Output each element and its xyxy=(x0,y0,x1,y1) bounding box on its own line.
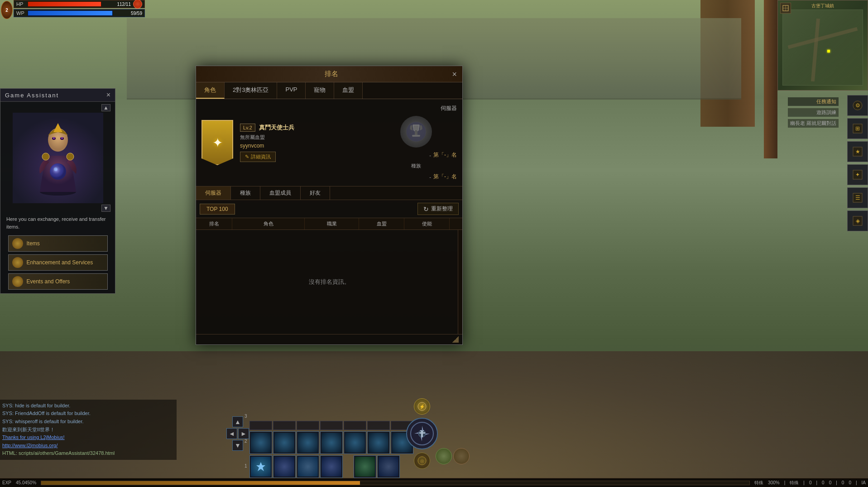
scroll-down-btn[interactable]: ▼ xyxy=(101,205,113,212)
right-btn-2[interactable]: ⊞ xyxy=(847,118,868,139)
nav-down[interactable]: ▼ xyxy=(232,440,243,451)
sp-value: 300% xyxy=(768,480,780,485)
hotbar-slot-r2-6[interactable] xyxy=(367,431,390,454)
hotbar-slot-r3[interactable] xyxy=(297,421,319,430)
hotbar-slot-r2-1[interactable] xyxy=(249,431,272,454)
hotbar-slot-r2-2[interactable] xyxy=(273,431,296,454)
right-btn-4[interactable]: ✦ xyxy=(847,164,868,185)
hotbar-row-3 xyxy=(249,421,413,430)
svg-rect-13 xyxy=(412,135,420,137)
hotbar-slot-r3[interactable] xyxy=(344,421,366,430)
scrollbar[interactable] xyxy=(458,230,462,334)
scroll-up-btn[interactable]: ▲ xyxy=(101,104,113,111)
assistant-figure xyxy=(29,119,87,196)
hotbar-slot-r3[interactable] xyxy=(320,421,343,430)
svg-text:◈: ◈ xyxy=(856,218,860,224)
notification-training: 遊路訓練 xyxy=(788,108,839,117)
exp-fill-bar xyxy=(41,481,750,485)
player-name: syynvcom xyxy=(240,143,369,149)
th-rank: 排名 xyxy=(196,218,232,229)
svg-text:⚙: ⚙ xyxy=(855,102,860,109)
player-guild: 無所屬血盟 xyxy=(240,134,369,141)
dialog-bottom xyxy=(196,334,462,344)
hotbar-slot-r3[interactable] xyxy=(249,421,272,430)
items-button[interactable]: Items xyxy=(8,235,108,252)
right-btn-5[interactable]: ☰ xyxy=(847,187,868,208)
nav-up[interactable]: ▲ xyxy=(232,416,243,427)
assistant-close-button[interactable]: × xyxy=(106,91,110,99)
svg-text:⊞: ⊞ xyxy=(855,125,860,132)
quick-skill-2[interactable] xyxy=(453,448,470,464)
top100-button[interactable]: TOP 100 xyxy=(200,204,235,215)
chat-line: SYS: whisperoff is default for builder. xyxy=(2,418,174,426)
tab-pvp[interactable]: PVP xyxy=(277,82,306,99)
dialog-titlebar: 排名 × xyxy=(196,66,462,82)
sub-tab-race[interactable]: 種族 xyxy=(231,186,260,200)
hotbar-skill-1[interactable] xyxy=(249,455,272,478)
sub-tab-clan-members[interactable]: 血盟成員 xyxy=(260,186,301,200)
tab-clan[interactable]: 2對3奧林匹亞 xyxy=(225,82,277,99)
combat-wheel: ⚡ ◎ xyxy=(406,398,438,469)
hotbar-slot-r2-4[interactable] xyxy=(320,431,343,454)
player-details: Lv.2 真鬥天使士兵 無所屬血盟 syynvcom ✎ 詳細資訊 xyxy=(240,124,369,162)
hotbar-skill-5[interactable] xyxy=(354,455,376,478)
sub-tab-server[interactable]: 伺服器 xyxy=(196,186,231,200)
assistant-image xyxy=(13,113,103,203)
minimap-icon[interactable] xyxy=(780,3,791,14)
hotbar-slot-r3[interactable] xyxy=(273,421,296,430)
hotbar-skill-2[interactable] xyxy=(273,455,296,478)
table-body: 沒有排名資訊。 xyxy=(196,230,462,334)
hp-icon xyxy=(133,0,142,9)
tab-pet[interactable]: 寵物 xyxy=(306,82,334,99)
svg-text:☰: ☰ xyxy=(855,195,860,201)
notification-quest: 任務通知 xyxy=(788,97,839,106)
tab-character[interactable]: 角色 xyxy=(196,82,225,99)
hotbar-row-1 xyxy=(249,455,413,478)
hotbar-slot-r2-5[interactable] xyxy=(344,431,366,454)
resize-handle[interactable] xyxy=(452,336,459,343)
skill-icon-top[interactable]: ⚡ xyxy=(414,398,430,415)
th-clan: 血盟 xyxy=(359,218,404,229)
assistant-body: ▲ xyxy=(0,102,115,293)
sub-tab-friends[interactable]: 好友 xyxy=(301,186,330,200)
exp-bar: EXP 45.0450% 特殊 300% | 特殊 | 0 | 0 0 | 0 … xyxy=(0,478,868,487)
wp-fill xyxy=(28,11,112,15)
hotbar: 3 2 1 xyxy=(245,405,413,478)
right-btn-1[interactable]: ⚙ xyxy=(847,95,868,116)
quick-skill-1[interactable] xyxy=(436,448,452,464)
refresh-icon: ↻ xyxy=(423,205,429,213)
right-btn-6[interactable]: ◈ xyxy=(847,210,868,231)
svg-point-4 xyxy=(53,137,55,139)
svg-text:◎: ◎ xyxy=(420,458,424,463)
hotbar-skill-4[interactable] xyxy=(320,455,343,478)
hotbar-slot-r2-3[interactable] xyxy=(297,431,319,454)
ra-label: 0 xyxy=(842,480,844,485)
skill-icon-bottom[interactable]: ◎ xyxy=(414,453,430,469)
hotbar-skill-3[interactable] xyxy=(297,455,319,478)
combat-wheel-main[interactable] xyxy=(406,418,438,449)
detail-button[interactable]: ✎ 詳細資訊 xyxy=(240,152,276,162)
assistant-description: Here you can exchange, receive and trans… xyxy=(3,212,113,234)
main-tab-bar: 角色 2對3奧林匹亞 PVP 寵物 血盟 xyxy=(196,82,462,99)
events-button[interactable]: Events and Offers xyxy=(8,273,108,290)
chat-link[interactable]: Thanks for using L2jMobius! xyxy=(2,434,174,442)
player-class: 真鬥天使士兵 xyxy=(259,124,294,132)
empty-state: 沒有排名資訊。 xyxy=(196,230,462,334)
right-btn-3[interactable]: ★ xyxy=(847,141,868,162)
hotbar-skill-6[interactable] xyxy=(377,455,400,478)
chat-line: 歡迎來到新天堂II世界！ xyxy=(2,426,174,434)
tab-blood[interactable]: 血盟 xyxy=(334,82,363,99)
svg-rect-31 xyxy=(419,432,425,434)
refresh-button[interactable]: ↻ 重新整理 xyxy=(417,203,459,215)
dialog-close-button[interactable]: × xyxy=(452,70,457,78)
chat-link-url[interactable]: http://www.l2jmobius.org/ xyxy=(2,442,174,450)
special-label: 特殊 xyxy=(790,480,799,486)
enhancement-button[interactable]: Enhancement and Services xyxy=(8,254,108,271)
player-banner: ✦ xyxy=(201,120,233,165)
hotbar-slot-r3[interactable] xyxy=(367,421,390,430)
svg-text:★: ★ xyxy=(855,148,860,155)
nav-left[interactable]: ◄ xyxy=(226,428,237,439)
ia-label: IA xyxy=(862,480,866,485)
svg-point-9 xyxy=(42,153,49,160)
chat-line: SYS: hide is default for builder. xyxy=(2,402,174,410)
